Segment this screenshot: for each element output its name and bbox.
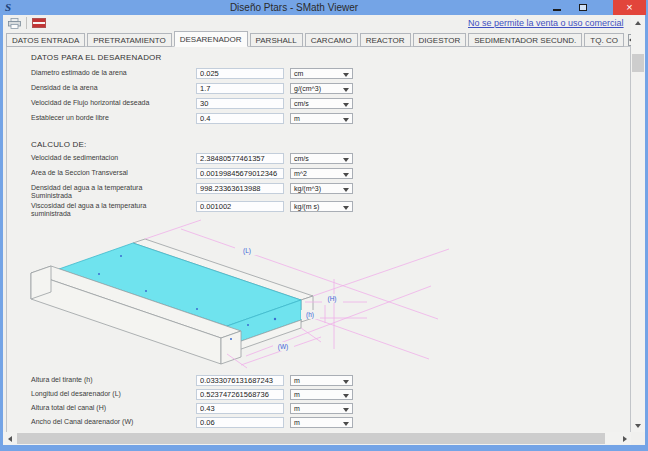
unit-value: cm/s — [294, 155, 309, 162]
unit-dropdown[interactable]: m — [290, 389, 353, 400]
chevron-down-icon — [343, 103, 349, 107]
dim-label-h: (h) — [306, 311, 314, 319]
field-value-input[interactable] — [196, 201, 284, 212]
tab-digestor[interactable]: DIGESTOR — [413, 33, 467, 47]
unit-value: m — [294, 391, 300, 398]
unit-value: kg/(m s) — [294, 203, 319, 210]
calc-section-heading: CALCULO DE: — [31, 140, 87, 149]
minimize-button[interactable] — [546, 0, 568, 15]
field-value-input[interactable] — [196, 168, 284, 179]
client-area: No se permite la venta o uso comercial D… — [3, 15, 645, 445]
field-label: Establecer un borde libre — [31, 114, 181, 122]
desarenador-isometric-diagram: (L) (H) (h) (W) — [29, 219, 449, 371]
field-value-input[interactable] — [196, 113, 284, 124]
tab-parshall[interactable]: PARSHALL — [250, 33, 303, 47]
unit-value: m — [294, 115, 300, 122]
field-value-input[interactable] — [196, 153, 284, 164]
unit-value: m — [294, 419, 300, 426]
field-label: Velocidad de Flujo horizontal deseada — [31, 99, 181, 107]
field-value-input[interactable] — [196, 68, 284, 79]
field-row: Velocidad de sedimentacion cm/s — [7, 153, 630, 165]
horizontal-scroll-thumb[interactable] — [17, 433, 605, 444]
dim-label-H: (H) — [327, 295, 336, 303]
maximize-button[interactable] — [570, 0, 596, 15]
field-value-input[interactable] — [196, 83, 284, 94]
field-label: Altura total del canal (H) — [31, 404, 181, 412]
scroll-up-button[interactable] — [631, 16, 645, 29]
tab-desarenador[interactable]: DESARENADOR — [174, 31, 248, 47]
unit-value: kg/(m^3) — [294, 185, 321, 192]
horizontal-scrollbar[interactable] — [3, 432, 631, 445]
unit-dropdown[interactable]: m — [290, 375, 353, 386]
close-button[interactable]: × — [613, 0, 646, 15]
smath-logo-icon: S — [5, 1, 11, 13]
unit-value: cm/s — [294, 100, 309, 107]
field-value-input[interactable] — [196, 98, 284, 109]
chevron-down-icon — [343, 88, 349, 92]
tab-tq-co[interactable]: TQ. CO — [584, 33, 624, 47]
field-row: Densidad de la arena g/(cm^3) — [7, 83, 630, 95]
scroll-left-button[interactable] — [3, 432, 16, 445]
unit-dropdown[interactable]: g/(cm^3) — [290, 83, 353, 94]
unit-dropdown[interactable]: kg/(m^3) — [290, 183, 353, 194]
chevron-down-icon — [343, 158, 349, 162]
vertical-scroll-thumb[interactable] — [632, 54, 644, 72]
unit-dropdown[interactable]: m^2 — [290, 168, 353, 179]
unit-dropdown[interactable]: cm/s — [290, 98, 353, 109]
field-label: Diametro estimado de la arena — [31, 69, 181, 77]
vertical-scrollbar[interactable] — [631, 16, 645, 432]
arrow-down-icon — [635, 424, 641, 428]
tab-carcamo[interactable]: CARCAMO — [305, 33, 358, 47]
desarenador-tab-page: DATOS PARA EL DESARENADOR Diametro estim… — [6, 46, 631, 432]
chevron-down-icon — [343, 173, 349, 177]
unit-dropdown[interactable]: m — [290, 417, 353, 428]
field-row: Viscosidad del agua a la temperatura sum… — [7, 201, 630, 219]
chevron-down-icon — [343, 118, 349, 122]
dim-label-L: (L) — [243, 247, 251, 255]
unit-value: cm — [294, 70, 303, 77]
unit-dropdown[interactable]: m — [290, 113, 353, 124]
field-label: Velocidad de sedimentacion — [31, 154, 181, 162]
print-button[interactable] — [8, 18, 21, 29]
tab-sedimentador-secund[interactable]: SEDIMENTADOR SECUND. — [468, 33, 582, 47]
chevron-down-icon — [343, 73, 349, 77]
unit-value: m — [294, 405, 300, 412]
field-value-input[interactable] — [196, 389, 284, 400]
arrow-left-icon — [8, 436, 12, 442]
license-link[interactable]: No se permite la venta o uso comercial — [468, 18, 631, 28]
scroll-right-button[interactable] — [618, 432, 631, 445]
tab-pretratamiento[interactable]: PRETRATAMIENTO — [87, 33, 171, 47]
tab-strip: DATOS ENTRADA PRETRATAMIENTO DESARENADOR… — [6, 31, 631, 47]
unit-dropdown[interactable]: cm/s — [290, 153, 353, 164]
dim-label-W: (W) — [278, 343, 288, 351]
chevron-down-icon — [343, 206, 349, 210]
field-label: Densidad de la arena — [31, 84, 181, 92]
unit-value: m^2 — [294, 170, 307, 177]
toolbar: No se permite la venta o uso comercial — [3, 15, 631, 31]
chevron-down-icon — [343, 188, 349, 192]
field-value-input[interactable] — [196, 403, 284, 414]
close-icon: × — [626, 1, 632, 14]
field-value-input[interactable] — [196, 375, 284, 386]
field-value-input[interactable] — [196, 183, 284, 194]
tab-scroll-button[interactable] — [628, 34, 631, 46]
field-row: Ancho del Canal dearenador (W) m — [7, 417, 630, 429]
unit-dropdown[interactable]: kg/(m s) — [290, 201, 353, 212]
unit-dropdown[interactable]: cm — [290, 68, 353, 79]
arrow-up-icon — [635, 21, 641, 25]
unit-value: g/(cm^3) — [294, 85, 321, 92]
chevron-down-icon — [343, 422, 349, 426]
field-row: Altura del tirante (h) m — [7, 375, 630, 387]
language-flag-icon[interactable] — [32, 18, 46, 28]
maximize-icon — [579, 4, 587, 11]
field-row: Diametro estimado de la arena cm — [7, 68, 630, 80]
titlebar: S Diseño Ptars - SMath Viewer × — [0, 0, 648, 15]
scroll-down-button[interactable] — [631, 419, 645, 432]
field-value-input[interactable] — [196, 417, 284, 428]
chevron-left-icon — [629, 37, 631, 43]
window-title: Diseño Ptars - SMath Viewer — [60, 2, 528, 13]
tab-reactor[interactable]: REACTOR — [360, 33, 411, 47]
toolbar-separator — [26, 17, 27, 29]
unit-dropdown[interactable]: m — [290, 403, 353, 414]
tab-datos-entrada[interactable]: DATOS ENTRADA — [6, 33, 85, 47]
